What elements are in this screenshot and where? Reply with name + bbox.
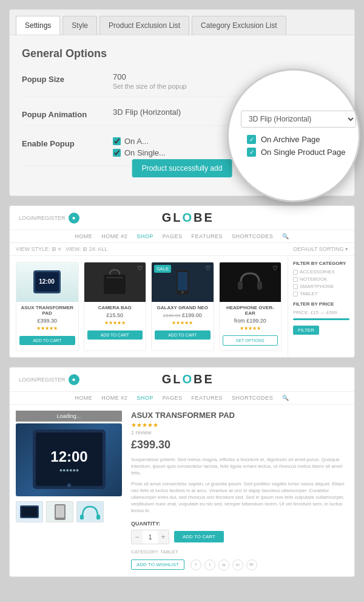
shop-logo-1: GLOBE (79, 211, 297, 225)
thumbnail-3[interactable] (76, 501, 104, 522)
nav-features-1[interactable]: FEATURES (192, 233, 223, 239)
nav-shop-1[interactable]: SHOP (136, 233, 153, 239)
detail-desc-1: Suspendisse potenti. Sed metus magna, ef… (131, 456, 348, 477)
nav-home-1[interactable]: HOME (75, 233, 92, 239)
product-name-4: HEADPHONE OVER-EAR (223, 305, 278, 316)
logo-o-2: O (182, 372, 194, 386)
product-name-1: ASUX TRANSFORMER PAD (19, 305, 75, 316)
nav-home2-1[interactable]: HOME #2 (101, 233, 127, 239)
login-register-1[interactable]: LOGIN/REGISTER ● (19, 213, 79, 224)
loading-bar: Loading... (16, 411, 122, 422)
thumbnail-1[interactable] (16, 501, 43, 522)
nav-search-icon[interactable]: 🔍 (282, 233, 289, 239)
filter-item-smartphone[interactable]: SMARTPHONE (293, 284, 349, 289)
add-to-cart-btn-3[interactable]: ADD TO CART (155, 330, 211, 340)
product-grid-1: ♡ 12:00 ASUX TRANSFORMER PAD £399.30 ★★★… (10, 256, 288, 357)
old-price-3: £249.00 (163, 313, 181, 318)
add-to-cart-btn-4[interactable]: SET OPTIONS (223, 335, 278, 346)
filter-item-notebook[interactable]: NOTEBOOK (293, 276, 349, 282)
toolbar-right: DEFAULT SORTING ▾ (293, 246, 348, 252)
tab-settings[interactable]: Settings (16, 16, 60, 35)
detail-add-to-cart-btn[interactable]: ADD TO CART (174, 531, 224, 542)
detail-category: CATEGORY: TABLET (131, 549, 348, 555)
logo-o-1: O (182, 211, 194, 224)
nav-pages-2[interactable]: PAGES (163, 395, 183, 401)
nav-search-icon-2[interactable]: 🔍 (282, 395, 289, 401)
product-price-2: £15.50 (87, 312, 143, 318)
qty-input[interactable] (143, 533, 158, 541)
product-image-2: ♡ (84, 262, 146, 302)
filter-item-tablet[interactable]: TABLET (293, 291, 349, 296)
social-email[interactable]: ✉ (246, 559, 257, 570)
single-checkbox[interactable] (113, 149, 121, 157)
phone-svg (176, 270, 189, 295)
tab-product-exclusion[interactable]: Product Exclusion List (99, 16, 189, 35)
price-slider[interactable] (293, 318, 349, 320)
magnifier-inner: 3D Flip (Horizontal) ✓ On Archive Page ✓… (229, 98, 359, 173)
nav-shortcodes-2[interactable]: SHORTCODES (232, 395, 273, 401)
toolbar-left: VIEW STYLE: ⊞ ≡ VIEW: ⊞ 24: ALL (16, 246, 107, 252)
qty-plus-btn[interactable]: + (158, 530, 169, 544)
social-facebook[interactable]: f (190, 559, 201, 570)
bag-svg (103, 269, 127, 296)
add-to-cart-btn-1[interactable]: ADD TO CART (19, 336, 75, 345)
mag-single-row: ✓ On Single Product Page (247, 148, 352, 157)
mag-single-label: On Single Product Page (261, 148, 345, 157)
social-twitter[interactable]: t (204, 559, 215, 570)
panel-content: General Options Popup Size 700 Set the s… (10, 35, 354, 183)
heart-icon-4[interactable]: ♡ (272, 265, 278, 272)
thumbnail-2[interactable] (46, 501, 73, 522)
tablet-svg-1: 12:00 (30, 269, 64, 296)
login-btn-2[interactable]: ● (69, 374, 79, 385)
nav-home2-2[interactable]: HOME #2 (101, 395, 127, 401)
nav-shop-2[interactable]: SHOP (136, 395, 153, 401)
filter-check-accessories (293, 270, 298, 275)
shop-nav-1: HOME HOME #2 SHOP PAGES FEATURES SHORTCO… (10, 230, 354, 243)
social-whatsapp[interactable]: w (218, 559, 229, 570)
nav-pages-1[interactable]: PAGES (163, 233, 183, 239)
tab-category-exclusion[interactable]: Category Exclusion List (192, 16, 286, 35)
general-options-title: General Options (22, 47, 342, 60)
product-detail: Loading... 12:00 ●●●●●● (10, 405, 354, 576)
heart-icon-2[interactable]: ♡ (137, 265, 143, 272)
heart-icon-1[interactable]: ♡ (70, 265, 75, 272)
mag-archive-row: ✓ On Archive Page (247, 135, 352, 144)
product-detail-info-area: ASUX TRANSFORMER PAD ★★★★★ 1 review £399… (131, 411, 348, 570)
product-info-1: ASUX TRANSFORMER PAD £399.30 ★★★★★ ADD T… (16, 302, 78, 350)
animation-select[interactable]: 3D Flip (Horizontal) (241, 111, 356, 128)
svg-rect-20 (96, 515, 100, 519)
svg-rect-9 (257, 281, 262, 290)
add-to-cart-btn-2[interactable]: ADD TO CART (87, 330, 143, 340)
new-price-3: £199.00 (182, 312, 202, 318)
headphone-svg (235, 270, 265, 295)
nav-features-2[interactable]: FEATURES (192, 395, 223, 401)
product-stars-3: ★★★★★ (155, 320, 211, 326)
product-detail-body: Loading... 12:00 ●●●●●● (16, 411, 348, 570)
shop-logo-2: GLOBE (79, 372, 297, 386)
product-info-3: GALAXY GRAND NEO £249.00 £199.00 ★★★★★ A… (152, 302, 214, 344)
product-info-4: HEADPHONE OVER-EAR from £199.20 ★★★★★ SE… (220, 302, 281, 351)
wishlist-btn[interactable]: ADD TO WISHLIST (131, 559, 184, 570)
heart-icon-3[interactable]: ♡ (205, 265, 211, 272)
product-stars-4: ★★★★★ (223, 326, 278, 331)
single-label: On Single... (124, 148, 166, 157)
filter-item-accessories[interactable]: ACCESSORIES (293, 269, 349, 275)
archive-checkbox[interactable] (113, 137, 121, 145)
nav-shortcodes-1[interactable]: SHORTCODES (232, 233, 273, 239)
svg-rect-6 (178, 272, 187, 290)
tab-style[interactable]: Style (62, 16, 97, 35)
filter-check-tablet (293, 292, 298, 296)
magnifier-overlay: 3D Flip (Horizontal) ✓ On Archive Page ✓… (227, 69, 360, 202)
social-linkedin[interactable]: in (232, 559, 243, 570)
login-btn-1[interactable]: ● (69, 213, 79, 224)
login-register-2[interactable]: LOGIN/REGISTER ● (19, 374, 79, 385)
product-item-2: ♡ CAMERA BAG £15.50 ★★★★★ ADD TO CART (84, 262, 147, 351)
shop-panel-2: LOGIN/REGISTER ● GLOBE HOME HOME #2 SHOP… (9, 367, 355, 577)
nav-home-2[interactable]: HOME (75, 395, 92, 401)
filter-check-smartphone (293, 284, 298, 289)
qty-minus-btn[interactable]: − (132, 530, 143, 544)
product-image-4: ♡ (220, 262, 281, 302)
product-item-3: ♡ SALE GALAXY GRAND NEO £249.00 £199.00 (151, 262, 214, 351)
filter-button[interactable]: FILTER (293, 326, 319, 335)
popup-animation-label: Popup Animation (22, 108, 113, 119)
